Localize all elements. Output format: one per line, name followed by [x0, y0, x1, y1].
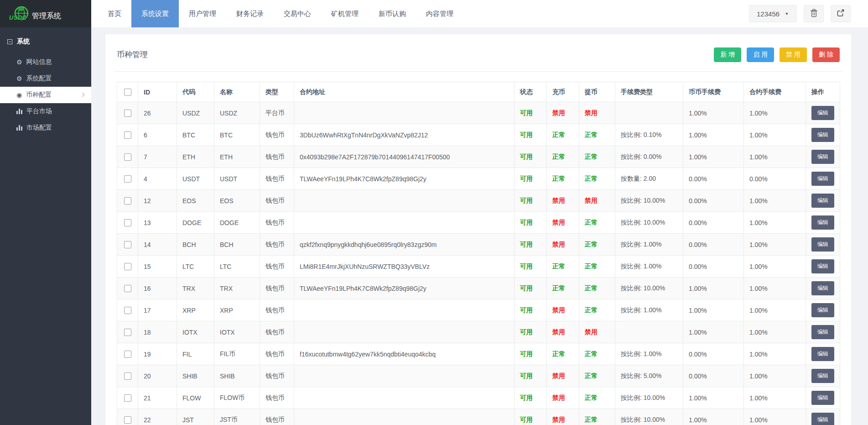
cell-withdraw: 禁用 — [579, 190, 615, 212]
select-all-checkbox[interactable] — [124, 89, 131, 96]
row-checkbox[interactable] — [124, 110, 131, 117]
delete-button[interactable]: 删 除 — [812, 47, 840, 62]
cell-deposit: 禁用 — [547, 365, 579, 387]
table-row-eos: 12EOSEOS钱包币可用禁用禁用按比例: 10.00%0.00%1.00%编辑 — [117, 190, 840, 212]
cell-contract-address: LMi8R1E4mrJkjXUhNzuSRWZTBQ33yVBLVz — [294, 256, 515, 278]
edit-button[interactable]: 编辑 — [811, 172, 834, 186]
row-checkbox[interactable] — [124, 307, 131, 314]
cell-fee-type: 按比例: 10.00% — [615, 409, 683, 425]
sidebar-item-platform-market[interactable]: 平台市场 — [0, 103, 91, 120]
row-checkbox[interactable] — [124, 285, 131, 292]
nav-item-system-settings[interactable]: 系统设置 — [131, 0, 179, 27]
edit-button[interactable]: 编辑 — [811, 325, 834, 339]
cell-type: 钱包币 — [260, 409, 294, 425]
topbar: USDZ 管理系统 首页系统设置用户管理财务记录交易中心矿机管理新币认购内容管理… — [0, 0, 868, 27]
trash-button[interactable] — [804, 5, 824, 22]
row-select-cell — [117, 212, 138, 234]
edit-button[interactable]: 编辑 — [811, 150, 834, 164]
add-button[interactable]: 新 增 — [714, 47, 741, 62]
row-checkbox[interactable] — [124, 241, 131, 248]
row-checkbox[interactable] — [124, 197, 131, 205]
column-header-4: 合约地址 — [294, 82, 515, 102]
cell-withdraw: 正常 — [579, 234, 615, 256]
cell-withdraw: 正常 — [579, 343, 615, 365]
cell-contract-address — [294, 365, 515, 387]
edit-button[interactable]: 编辑 — [811, 194, 834, 208]
cell-actions: 编辑 — [806, 234, 840, 256]
column-header-9: 币币手续费 — [683, 82, 744, 102]
cell-fee-type: 按比例: 1.00% — [615, 234, 683, 256]
nav-item-content-management[interactable]: 内容管理 — [416, 0, 463, 27]
main-content: 币种管理 新 增启 用禁 用删 除 ID代码名称类型合约地址状态充币提币手续费类… — [91, 0, 868, 425]
sidebar-item-system-config[interactable]: ⚙系统配置 — [0, 70, 91, 87]
cell-status: 可用 — [515, 387, 547, 409]
row-checkbox[interactable] — [124, 263, 131, 270]
select-all-cell — [117, 82, 138, 102]
cell-withdraw: 正常 — [579, 124, 615, 146]
cell-actions: 编辑 — [806, 278, 840, 299]
cell-name: USDZ — [214, 102, 260, 124]
edit-button[interactable]: 编辑 — [811, 106, 834, 120]
row-checkbox[interactable] — [124, 219, 131, 226]
edit-button[interactable]: 编辑 — [811, 237, 834, 252]
row-select-cell — [117, 146, 138, 168]
cell-actions: 编辑 — [806, 387, 840, 409]
sidebar-item-site-info[interactable]: ⚙网站信息 — [0, 54, 91, 70]
cell-type: 钱包币 — [260, 278, 294, 299]
enable-button[interactable]: 启 用 — [747, 47, 774, 62]
cell-contract-address — [294, 102, 515, 124]
cell-actions: 编辑 — [806, 343, 840, 365]
edit-button[interactable]: 编辑 — [811, 215, 834, 230]
cell-code: IOTX — [177, 321, 214, 343]
column-header-10: 合约手续费 — [744, 82, 806, 102]
row-select-cell — [117, 124, 138, 146]
cell-code: USDZ — [177, 102, 214, 124]
disable-button[interactable]: 禁 用 — [780, 47, 807, 62]
cell-deposit: 禁用 — [547, 102, 579, 124]
cell-deposit: 禁用 — [547, 190, 579, 212]
row-select-cell — [117, 168, 138, 190]
app-name: 管理系统 — [32, 11, 61, 21]
user-dropdown[interactable]: 123456 ▼ — [749, 5, 797, 22]
edit-button[interactable]: 编辑 — [811, 259, 834, 273]
row-checkbox[interactable] — [124, 394, 131, 402]
coin-management-card: 币种管理 新 增启 用禁 用删 除 ID代码名称类型合约地址状态充币提币手续费类… — [105, 34, 851, 425]
user-dropdown-label: 123456 — [757, 10, 780, 18]
sidebar-item-market-config[interactable]: 市场配置 — [0, 120, 91, 136]
edit-button[interactable]: 编辑 — [811, 303, 834, 317]
nav-item-trade-center[interactable]: 交易中心 — [274, 0, 321, 27]
nav-item-user-management[interactable]: 用户管理 — [179, 0, 226, 27]
edit-button[interactable]: 编辑 — [811, 128, 834, 142]
row-checkbox[interactable] — [124, 175, 131, 183]
cell-code: EOS — [177, 190, 214, 212]
cell-withdraw: 正常 — [579, 299, 615, 321]
nav-item-miner-management[interactable]: 矿机管理 — [321, 0, 369, 27]
nav-item-home[interactable]: 首页 — [98, 0, 131, 27]
cell-contract-address — [294, 212, 515, 234]
cell-type: 钱包币 — [260, 387, 294, 409]
edit-button[interactable]: 编辑 — [811, 369, 834, 383]
cell-code: XRP — [177, 299, 214, 321]
globe-icon: USDZ — [12, 4, 30, 24]
logout-button[interactable] — [831, 5, 851, 22]
column-header-7: 提币 — [579, 82, 615, 102]
row-checkbox[interactable] — [124, 329, 131, 336]
edit-button[interactable]: 编辑 — [811, 413, 834, 425]
cell-contract-fee: 1.00% — [744, 212, 806, 234]
edit-button[interactable]: 编辑 — [811, 281, 834, 295]
edit-button[interactable]: 编辑 — [811, 391, 834, 405]
sidebar-section-system[interactable]: 系统 — [0, 27, 91, 50]
row-checkbox[interactable] — [124, 153, 131, 161]
row-checkbox[interactable] — [124, 416, 131, 424]
cell-spot-fee: 1.00% — [683, 387, 744, 409]
row-checkbox[interactable] — [124, 131, 131, 139]
sidebar-item-coin-config[interactable]: ◉币种配置 — [0, 87, 91, 103]
row-checkbox[interactable] — [124, 351, 131, 358]
nav-item-new-coin-subscription[interactable]: 新币认购 — [369, 0, 416, 27]
nav-item-finance-records[interactable]: 财务记录 — [226, 0, 274, 27]
edit-button[interactable]: 编辑 — [811, 347, 834, 361]
cell-contract-address: TLWAeeYFn19LPh4K7C8Wk2fpZ89q98Gj2y — [294, 168, 515, 190]
cell-actions: 编辑 — [806, 146, 840, 168]
row-checkbox[interactable] — [124, 373, 131, 380]
export-icon — [837, 9, 845, 19]
